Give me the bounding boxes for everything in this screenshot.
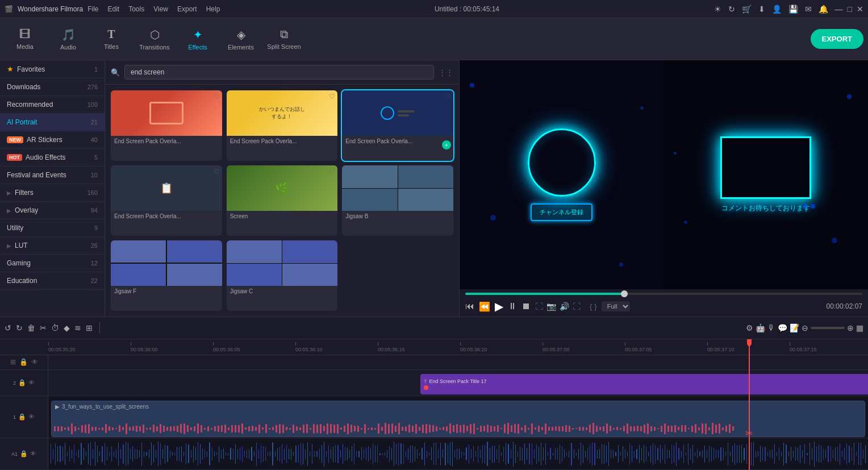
maximize-button[interactable]: □ xyxy=(848,5,852,14)
color-button[interactable]: ◆ xyxy=(64,323,70,332)
mail-icon[interactable]: ✉ xyxy=(805,5,812,14)
pause-button[interactable]: ⏸ xyxy=(508,301,517,311)
speed-button[interactable]: ⏱ xyxy=(51,323,59,332)
toolbar-effects[interactable]: ✦ Effects xyxy=(177,21,218,57)
effect-card-5[interactable]: 🌿 ♡ Screen xyxy=(227,165,338,236)
toolbar-split-screen[interactable]: ⧉ Split Screen xyxy=(264,21,304,57)
toolbar-media[interactable]: 🎞 Media xyxy=(5,21,45,57)
save-icon[interactable]: 💾 xyxy=(788,5,798,14)
favorite-icon-3[interactable]: ♡ xyxy=(445,93,451,101)
eye-icon-video[interactable]: 👁 xyxy=(28,413,35,421)
track-lock-icon[interactable]: 🔒 xyxy=(19,358,28,366)
sidebar-item-education[interactable]: Education 22 xyxy=(0,272,105,290)
step-back-button[interactable]: ⏪ xyxy=(479,301,490,312)
sidebar-item-recommended[interactable]: Recommended 100 xyxy=(0,96,105,114)
menu-file[interactable]: File xyxy=(87,5,98,13)
cart-icon[interactable]: 🛒 xyxy=(742,5,752,14)
sidebar-item-overlay[interactable]: ▶ Overlay 94 xyxy=(0,202,105,219)
sidebar-item-gaming[interactable]: Gaming 12 xyxy=(0,255,105,272)
minimize-button[interactable]: — xyxy=(835,5,843,14)
track-visible-icon[interactable]: 👁 xyxy=(31,358,38,366)
toolbar-audio[interactable]: 🎵 Audio xyxy=(48,21,89,57)
effect-card-8[interactable]: ♡ Jigsaw C xyxy=(227,240,338,311)
sidebar-item-favorites[interactable]: ★ Favorites 1 xyxy=(0,60,105,78)
video-block[interactable]: ▶ 3_fun_ways_to_use_split_screens const … xyxy=(51,401,865,437)
toolbar-elements[interactable]: ◈ Elements xyxy=(220,21,261,57)
effect-card-4[interactable]: 📋 ♡ End Screen Pack Overla... xyxy=(111,165,222,236)
effect-block[interactable]: T End Screen Pack Title 17 xyxy=(420,374,868,394)
add-effect-icon-3[interactable]: + xyxy=(442,140,451,149)
track-content-effects[interactable]: T End Screen Pack Title 17 xyxy=(48,370,868,396)
favorite-icon-4[interactable]: ♡ xyxy=(214,168,220,176)
timeline-settings-button[interactable]: ▦ xyxy=(856,323,863,332)
undo-button[interactable]: ↺ xyxy=(5,323,11,332)
menu-view[interactable]: View xyxy=(153,5,168,13)
sidebar-item-filters[interactable]: ▶ Filters 160 xyxy=(0,184,105,202)
effect-card-6[interactable]: ♡ Jigsaw B xyxy=(342,165,453,236)
favorite-icon-6[interactable]: ♡ xyxy=(445,168,451,176)
sidebar-item-utility[interactable]: Utility 9 xyxy=(0,219,105,237)
audio-tool-button[interactable]: ≋ xyxy=(74,323,81,332)
favorite-icon-7[interactable]: ♡ xyxy=(214,243,220,251)
lock-icon[interactable]: 🔒 xyxy=(18,379,26,386)
menu-export[interactable]: Export xyxy=(177,5,197,13)
favorite-icon-2[interactable]: ♡ xyxy=(329,93,335,101)
track-snap-icon[interactable]: ⊞ xyxy=(10,358,16,366)
sidebar-item-ai-portrait[interactable]: AI Portrait 21 xyxy=(0,114,105,131)
lock-icon-video[interactable]: 🔒 xyxy=(18,413,26,421)
search-input[interactable] xyxy=(124,65,434,80)
eye-icon-audio[interactable]: 👁 xyxy=(30,450,36,457)
cut-button[interactable]: ✂ xyxy=(40,323,47,332)
sidebar-item-festival-events[interactable]: Festival and Events 10 xyxy=(0,167,105,184)
stop-button[interactable]: ⏹ xyxy=(521,301,531,311)
crop-icon[interactable]: ⛶ xyxy=(535,302,543,311)
caption-button[interactable]: 📝 xyxy=(790,323,799,332)
mix-button[interactable]: ⊞ xyxy=(86,323,93,332)
subtitle-button[interactable]: 💬 xyxy=(778,323,787,332)
menu-help[interactable]: Help xyxy=(206,5,220,13)
zoom-settings-button[interactable]: ⚙ xyxy=(746,323,753,332)
redo-button[interactable]: ↻ xyxy=(16,323,23,332)
zoom-in-button[interactable]: ⊕ xyxy=(847,323,854,332)
menu-bar[interactable]: File Edit Tools View Export Help xyxy=(87,5,220,13)
progress-bar[interactable] xyxy=(465,293,862,295)
fullscreen-icon[interactable]: ⛶ xyxy=(573,302,581,311)
sidebar-item-downloads[interactable]: Downloads 276 xyxy=(0,78,105,96)
favorite-icon-8[interactable]: ♡ xyxy=(329,243,335,251)
user-icon[interactable]: 👤 xyxy=(772,5,782,14)
menu-tools[interactable]: Tools xyxy=(128,5,144,13)
favorite-icon-5[interactable]: ♡ xyxy=(329,168,335,176)
effect-card-1[interactable]: ♡ End Screen Pack Overla... xyxy=(111,90,222,161)
sidebar-item-ar-stickers[interactable]: NEW AR Stickers 40 xyxy=(0,131,105,149)
track-content-audio[interactable]: const abars = document.currentScript.par… xyxy=(48,438,868,469)
progress-handle[interactable] xyxy=(621,290,628,297)
eye-icon[interactable]: 👁 xyxy=(28,379,35,386)
sidebar-item-lut[interactable]: ▶ LUT 26 xyxy=(0,237,105,255)
notification-icon[interactable]: 🔔 xyxy=(819,5,828,14)
refresh-icon[interactable]: ↻ xyxy=(728,5,735,14)
favorite-icon-1[interactable]: ♡ xyxy=(214,93,220,101)
snapshot-icon[interactable]: 📷 xyxy=(546,302,556,311)
export-button[interactable]: EXPORT xyxy=(811,29,863,49)
menu-edit[interactable]: Edit xyxy=(108,5,120,13)
delete-button[interactable]: 🗑 xyxy=(27,323,35,332)
effect-card-2[interactable]: かいつまんでお話しするよ！ ♡ End Screen Pack Overla..… xyxy=(227,90,338,161)
sidebar-item-audio-effects[interactable]: HOT Audio Effects 5 xyxy=(0,149,105,167)
download-manager-icon[interactable]: ⬇ xyxy=(758,5,765,14)
skip-back-button[interactable]: ⏮ xyxy=(465,301,474,311)
effect-card-7[interactable]: ♡ Jigsaw F xyxy=(111,240,222,311)
effect-card-3[interactable]: ♡ + End Screen Pack Overla... xyxy=(342,90,453,161)
sun-icon[interactable]: ☀ xyxy=(714,5,721,14)
zoom-out-button[interactable]: ⊖ xyxy=(802,323,808,332)
volume-icon[interactable]: 🔊 xyxy=(560,302,569,311)
lock-icon-audio[interactable]: 🔒 xyxy=(20,450,28,457)
close-button[interactable]: ✕ xyxy=(857,5,863,14)
ai-tools-button[interactable]: 🤖 xyxy=(756,323,765,332)
toolbar-titles[interactable]: T Titles xyxy=(91,21,132,57)
mic-button[interactable]: 🎙 xyxy=(767,323,775,332)
grid-toggle-icon[interactable]: ⋮⋮ xyxy=(439,68,453,77)
toolbar-transitions[interactable]: ⬡ Transitions xyxy=(134,21,175,57)
quality-select[interactable]: Full 1/2 1/4 xyxy=(602,301,630,311)
play-button[interactable]: ▶ xyxy=(495,300,503,313)
zoom-slider[interactable] xyxy=(811,327,845,329)
